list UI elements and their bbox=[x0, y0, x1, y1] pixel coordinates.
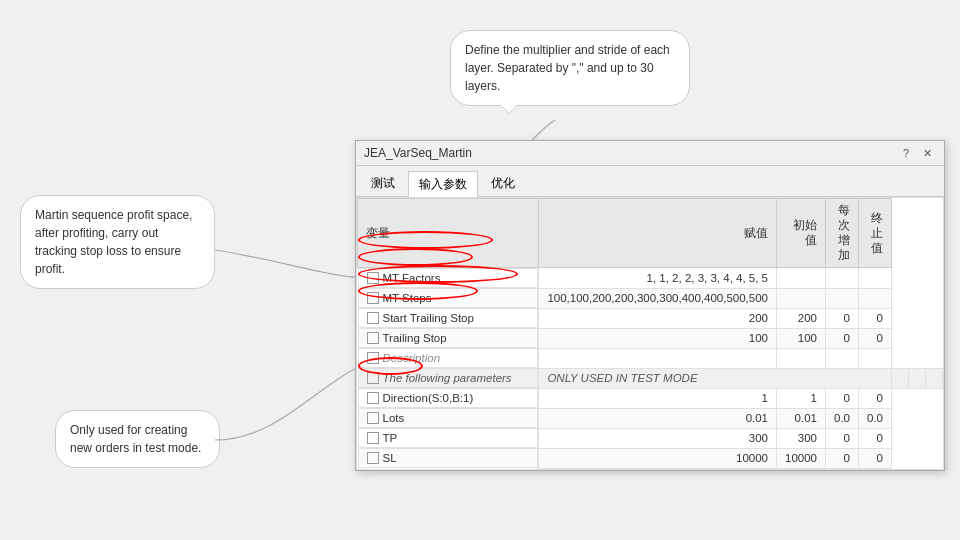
row-checkbox[interactable] bbox=[367, 412, 379, 424]
row-name: MT Steps bbox=[383, 292, 432, 304]
tab-input-params[interactable]: 输入参数 bbox=[408, 171, 478, 197]
row-checkbox[interactable] bbox=[367, 372, 379, 384]
row-name: Trailing Stop bbox=[383, 332, 447, 344]
row-name: TP bbox=[383, 432, 398, 444]
table-row: SL100001000000 bbox=[358, 448, 943, 468]
row-name: Direction(S:0,B:1) bbox=[383, 392, 474, 404]
row-name: Start Trailing Stop bbox=[383, 312, 474, 324]
row-checkbox[interactable] bbox=[367, 432, 379, 444]
row-checkbox[interactable] bbox=[367, 292, 379, 304]
row-checkbox[interactable] bbox=[367, 392, 379, 404]
table-row: MT Steps100,100,200,200,300,300,400,400,… bbox=[358, 288, 943, 308]
params-table: 变量 赋值 初始值 每次增加 终止值 MT Factors1, 1, 2, 2,… bbox=[357, 198, 943, 469]
table-row: Direction(S:0,B:1)1100 bbox=[358, 388, 943, 408]
table-row: MT Factors1, 1, 2, 2, 3, 3, 4, 4, 5, 5 bbox=[358, 268, 943, 289]
dialog-content: 变量 赋值 初始值 每次增加 终止值 MT Factors1, 1, 2, 2,… bbox=[356, 197, 944, 470]
tab-test[interactable]: 测试 bbox=[360, 170, 406, 196]
table-row: TP30030000 bbox=[358, 428, 943, 448]
table-row: Start Trailing Stop20020000 bbox=[358, 308, 943, 328]
col-header-increment: 每次增加 bbox=[826, 199, 859, 268]
row-name: Description bbox=[383, 352, 441, 364]
dialog-titlebar: JEA_VarSeq_Martin ? ✕ bbox=[356, 141, 944, 166]
dialog-window: JEA_VarSeq_Martin ? ✕ 测试 输入参数 优化 变量 赋值 初… bbox=[355, 140, 945, 471]
dialog-tabs: 测试 输入参数 优化 bbox=[356, 166, 944, 197]
close-button[interactable]: ✕ bbox=[919, 147, 936, 160]
row-checkbox[interactable] bbox=[367, 332, 379, 344]
bot-left-callout: Only used for creating new orders in tes… bbox=[55, 410, 220, 468]
col-header-variable: 变量 bbox=[358, 199, 539, 268]
row-name: Lots bbox=[383, 412, 405, 424]
row-name: The following parameters bbox=[383, 372, 512, 384]
table-header-row: 变量 赋值 初始值 每次增加 终止值 bbox=[358, 199, 943, 268]
row-name: MT Factors bbox=[383, 272, 441, 284]
mid-left-callout: Martin sequence profit space, after prof… bbox=[20, 195, 215, 289]
table-row: Trailing Stop10010000 bbox=[358, 328, 943, 348]
table-row: The following parametersONLY USED IN TES… bbox=[358, 368, 943, 388]
col-header-initial: 初始值 bbox=[777, 199, 826, 268]
row-checkbox[interactable] bbox=[367, 352, 379, 364]
row-name: SL bbox=[383, 452, 397, 464]
table-row: Description bbox=[358, 348, 943, 368]
top-callout: Define the multiplier and stride of each… bbox=[450, 30, 690, 106]
table-row: Lots0.010.010.00.0 bbox=[358, 408, 943, 428]
row-checkbox[interactable] bbox=[367, 272, 379, 284]
tab-optimize[interactable]: 优化 bbox=[480, 170, 526, 196]
dialog-controls: ? ✕ bbox=[899, 147, 936, 160]
help-button[interactable]: ? bbox=[899, 147, 913, 159]
col-header-stop: 终止值 bbox=[859, 199, 892, 268]
row-checkbox[interactable] bbox=[367, 452, 379, 464]
dialog-title: JEA_VarSeq_Martin bbox=[364, 146, 472, 160]
row-checkbox[interactable] bbox=[367, 312, 379, 324]
col-header-value: 赋值 bbox=[539, 199, 777, 268]
